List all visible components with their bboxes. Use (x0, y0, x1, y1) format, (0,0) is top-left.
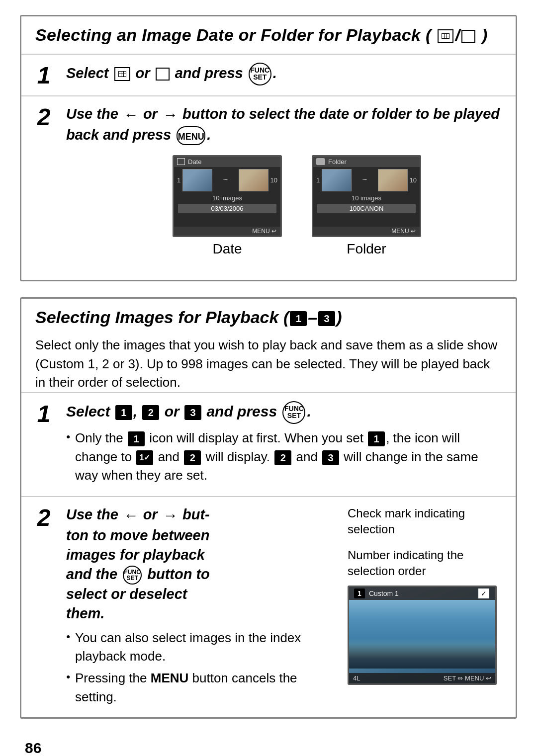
large-screen: 1 Custom 1 ✓ 4L S (348, 586, 497, 685)
s2-bullet1: Only the 1 icon will display at first. W… (66, 429, 502, 485)
step2-text: Use the ← or → button to select the date… (66, 104, 502, 145)
s2-arrow-left: ← (123, 505, 138, 526)
s2-step1-text: Select 1, 2 or 3 and press FUNCSET. (66, 401, 502, 424)
date-images-row: 1 ~ 10 (174, 167, 280, 193)
custom1-icon: 1 (290, 311, 307, 326)
folder-num2: 10 (410, 176, 417, 184)
callout-check: Check mark indicating selection (348, 505, 502, 537)
grid-icon (438, 29, 453, 43)
s2-step1-number: 1 (21, 401, 61, 426)
bullet1-icon2: 1 (368, 431, 385, 446)
s2-icon3: 3 (184, 405, 201, 420)
bullet1-icon4: 2 (184, 450, 201, 465)
section1-content: 1 Select or and press FUNCSET. 2 Use the… (21, 49, 516, 280)
bullet1-icon6: 3 (322, 450, 339, 465)
large-screen-bottombar: 4L SET ⇔ MENU ↩ (349, 673, 495, 683)
large-screen-icon: 1 (354, 588, 365, 598)
date-value: 03/03/2006 (178, 204, 276, 213)
section2-title: Selecting Images for Playback (1–3) (35, 308, 502, 327)
bullet1-icon5: 2 (274, 450, 291, 465)
s2-step2-func: FUNCSET (123, 566, 142, 585)
step1-number: 1 (21, 63, 61, 87)
s2-step2-left: Use the ← or → but- ton to move between … (66, 505, 338, 709)
arrow-left-icon: ← (123, 105, 138, 125)
page-number: 86 (20, 735, 517, 756)
callout-spacer (348, 540, 502, 547)
large-screen-topbar: 1 Custom 1 ✓ (349, 587, 495, 600)
step1-row: 1 Select or and press FUNCSET. (21, 54, 516, 95)
s2-arrow-right: → (163, 505, 178, 526)
folder-thumb2 (378, 169, 408, 191)
s2-step2-text: Use the ← or → but- ton to move between … (66, 505, 338, 624)
s2-step1-content: Select 1, 2 or 3 and press FUNCSET. Only… (61, 401, 502, 488)
menu-icon: MENU (177, 126, 205, 145)
large-screen-menu: SET ⇔ MENU ↩ (444, 674, 491, 682)
date-thumb2 (239, 169, 268, 191)
date-num2: 10 (270, 176, 277, 184)
folder-screen: Folder 1 ~ 10 10 images 100CANON (312, 155, 421, 237)
step2-row: 2 Use the ← or → button to select the da… (21, 95, 516, 270)
step1-func-icon: FUNCSET (249, 63, 271, 85)
section2-header: Selecting Images for Playback (1–3) (21, 299, 516, 332)
bullet1-icon1: 1 (128, 431, 145, 446)
date-small-icon (177, 158, 185, 165)
s2-bullet2: You can also select images in the index … (66, 629, 338, 666)
arrow-right-icon: → (163, 105, 178, 125)
date-tilde: ~ (214, 175, 236, 184)
s2-step2-number: 2 (21, 505, 61, 530)
folder-images-row: 1 ~ 10 (313, 167, 420, 193)
s2-step2-right: Check mark indicating selection Number i… (348, 505, 502, 685)
date-screen: Date 1 ~ 10 10 images 03/03/2006 (173, 155, 282, 237)
large-screen-image (349, 600, 495, 665)
step2-content: Use the ← or → button to select the date… (61, 104, 502, 262)
date-thumb1 (182, 169, 212, 191)
s2-step2-content: Use the ← or → but- ton to move between … (61, 505, 502, 709)
s2-step2-row: 2 Use the ← or → but- ton to move betwee… (21, 496, 516, 717)
s2-step2-bullets: You can also select images in the index … (66, 624, 338, 707)
buildings-silhouette (349, 644, 495, 669)
custom3-icon-title: 3 (318, 311, 335, 326)
section2-box: Selecting Images for Playback (1–3) Sele… (20, 297, 517, 719)
step1-square-icon (156, 68, 170, 81)
folder-value: 100CANON (317, 204, 416, 213)
callout-area: Check mark indicating selection Number i… (348, 505, 502, 586)
callout-check-text: Check mark indicating selection (348, 505, 502, 537)
folder-images-label: 10 images (313, 193, 420, 203)
date-num1: 1 (177, 176, 180, 184)
date-images-label: 10 images (174, 193, 280, 203)
menu-bold: MENU (151, 671, 189, 685)
screens-row: Date 1 ~ 10 10 images 03/03/2006 (66, 145, 502, 262)
bullet1-icon3: 1✓ (136, 450, 153, 465)
s2-step1-bullets: Only the 1 icon will display at first. W… (66, 424, 502, 485)
step1-content: Select or and press FUNCSET. (61, 63, 502, 85)
date-menu-bar: MENU ↩ (174, 227, 280, 236)
date-screen-label: Date (173, 241, 282, 257)
square-icon (461, 30, 475, 43)
step2-number: 2 (21, 104, 61, 129)
section2-intro: Select only the images that you wish to … (21, 332, 516, 392)
s2-bullet3: Pressing the MENU button cancels the set… (66, 669, 338, 706)
folder-small-icon (316, 158, 325, 165)
s2-step1-row: 1 Select 1, 2 or 3 and press FUNCSET. On… (21, 392, 516, 496)
callout-number-text: Number indicating the selection order (348, 547, 502, 579)
date-label: Date (188, 158, 201, 166)
section1-box: Selecting an Image Date or Folder for Pl… (20, 15, 517, 281)
s2-step2-cols: Use the ← or → but- ton to move between … (66, 505, 502, 709)
folder-menu-bar: MENU ↩ (313, 227, 420, 236)
folder-label: Folder (328, 158, 347, 166)
folder-num1: 1 (316, 176, 320, 184)
folder-screen-container: Folder 1 ~ 10 10 images 100CANON (312, 155, 421, 257)
folder-tilde: ~ (354, 175, 375, 184)
step1-grid-icon (114, 67, 130, 81)
s2-icon2: 2 (142, 405, 159, 420)
step1-text: Select or and press FUNCSET. (66, 63, 502, 85)
large-screen-size: 4L (353, 674, 360, 682)
date-screen-container: Date 1 ~ 10 10 images 03/03/2006 (173, 155, 282, 257)
s2-icon1: 1 (115, 405, 132, 420)
s2-func-icon: FUNCSET (282, 401, 305, 424)
folder-screen-topbar: Folder (313, 157, 420, 167)
check-mark-icon: ✓ (478, 588, 489, 598)
section1-header: Selecting an Image Date or Folder for Pl… (21, 16, 516, 49)
section1-title: Selecting an Image Date or Folder for Pl… (35, 25, 502, 45)
check-indicator: ✓ (478, 588, 491, 598)
